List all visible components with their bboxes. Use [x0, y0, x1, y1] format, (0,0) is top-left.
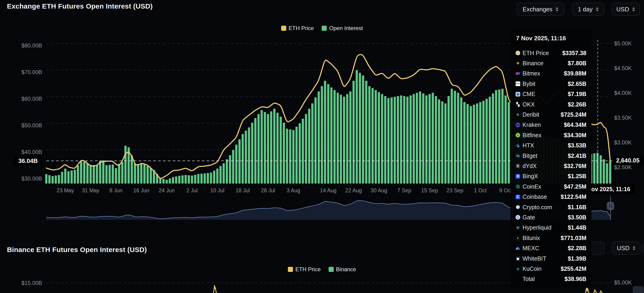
tooltip-row-name: Bybit: [522, 80, 536, 87]
exchanges-dropdown[interactable]: Exchanges: [517, 3, 564, 16]
y-right-tick-label: $4.00K: [614, 90, 632, 96]
tooltip-row-name: CoinEx: [522, 183, 541, 190]
floating-corner-button[interactable]: [633, 286, 644, 293]
tooltip-row-name: Bitmex: [522, 70, 540, 77]
tooltip-row-name: MEXC: [522, 245, 539, 252]
tooltip-row-name: WhiteBIT: [522, 255, 546, 262]
tooltip-row-value: $1.25B: [568, 173, 586, 180]
y-right-tick-label: $3.00K: [614, 139, 632, 146]
y-left-tick-label: $50.00B: [14, 122, 42, 129]
chart2-currency-dropdown-label: USD: [617, 245, 630, 252]
tooltip-row: ◉CME$7.19B: [516, 89, 586, 99]
tooltip-row: ƀDeribit$725.24M: [516, 110, 586, 120]
x-tick-label: 31 May: [82, 188, 99, 194]
tooltip-row-value: $64.34M: [564, 122, 586, 128]
open-interest-legend-swatch: [322, 26, 327, 31]
tooltip-row-name: Crypto.com: [522, 204, 552, 210]
x-tick-label: 2 Jul: [186, 188, 198, 194]
legend-item-eth-price[interactable]: ETH Price: [281, 25, 314, 32]
navigator-drag-handle[interactable]: [607, 202, 614, 210]
tooltip-row: ◗Bitfinex$34.30M: [516, 130, 586, 140]
chart2-eth-price-line: [594, 290, 596, 293]
tooltip-row-name: CME: [522, 91, 536, 98]
tooltip-row-name: BingX: [522, 173, 538, 180]
tooltip-row-value: $725.24M: [561, 111, 586, 118]
tooltip-row: Bitmex$39.88M: [516, 68, 586, 79]
currency-dropdown[interactable]: USD: [612, 3, 640, 16]
tooltip-row-value: $2.41B: [568, 152, 586, 159]
current-oi-badge: 36.04B: [14, 156, 42, 166]
x-tick-label: 23 Sep: [446, 188, 464, 194]
binance-legend-swatch: [328, 267, 334, 272]
chart-tooltip: 7 Nov 2025, 11:16 ETH Price$3357.38❖Bina…: [510, 30, 592, 288]
tooltip-row-name: Gate: [522, 214, 535, 221]
x-tick-label: 7 Sep: [397, 188, 411, 194]
okx-icon: ▚: [516, 102, 520, 107]
y-left-tick-label: $60.00B: [14, 96, 42, 102]
tooltip-row-name: Total: [522, 276, 535, 282]
chart2-y-right-label: $5.00K: [614, 279, 632, 286]
legend-item-open-interest[interactable]: Open Interest: [322, 25, 362, 32]
eth-price-legend-swatch: [281, 26, 286, 31]
tooltip-row: ▚OKX$2.26B: [516, 99, 586, 110]
tooltip-row-name: Hyperliquid: [522, 224, 552, 231]
tooltip-row-value: $3357.38: [562, 50, 586, 56]
gate-icon: G: [516, 215, 520, 220]
x-tick-label: 26 Jul: [261, 188, 275, 194]
kucoin-icon: ◈: [516, 266, 520, 271]
y-left-tick-label: $80.00B: [14, 42, 42, 49]
tooltip-row: BYBITBybit$2.65B: [516, 79, 586, 89]
tooltip-row-value: $2.26B: [568, 101, 586, 108]
tooltip-row: mKraken$64.34M: [516, 120, 586, 130]
y-left-tick-label: $30.00B: [14, 176, 42, 182]
tooltip-row-value: $1.39B: [568, 255, 586, 262]
y-right-tick-label: $5.00K: [614, 40, 632, 47]
tooltip-row-value: $1.44B: [568, 224, 586, 231]
tooltip-row-value: $7.19B: [568, 91, 586, 98]
tooltip-row: XBingX$1.25B: [516, 171, 586, 182]
tooltip-row-name: ETH Price: [522, 50, 549, 56]
chart2-currency-dropdown[interactable]: USD: [612, 242, 640, 254]
bitfinex-icon: ◗: [516, 133, 520, 138]
x-tick-label: 3 Aug: [286, 188, 300, 194]
total-icon: [516, 277, 520, 282]
tooltip-row-name: Deribit: [522, 111, 539, 118]
tooltip-row: ◗Bitunix$771.03M: [516, 233, 586, 243]
tooltip-row: ◈KuCoin$255.42M: [516, 264, 586, 274]
y-left-tick-label: $40.00B: [14, 149, 42, 155]
dydx-icon: X: [516, 164, 520, 168]
legend-item-binance[interactable]: Binance: [328, 266, 356, 273]
tooltip-row-value: $39.88M: [564, 70, 586, 77]
x-tick-label: 23 May: [56, 188, 74, 194]
tooltip-row: ≈Hyperliquid$1.44B: [516, 223, 586, 233]
tooltip-row-name: Bitfinex: [522, 132, 542, 139]
y-right-tick-label: $4.50K: [614, 65, 632, 72]
crosshair-vertical-line: [598, 40, 598, 194]
tooltip-row-value: $1.16B: [568, 204, 586, 210]
tooltip-row-value: $122.54M: [561, 194, 586, 200]
tooltip-row-name: Kraken: [522, 122, 541, 128]
tooltip-row-value: $32.76M: [564, 163, 586, 170]
tooltip-row-value: $255.42M: [561, 266, 586, 272]
x-tick-label: 15 Sep: [421, 188, 438, 194]
chevron-updown-icon: [633, 246, 636, 250]
tooltip-row-value: $771.03M: [561, 235, 586, 242]
legend-label: Binance: [336, 266, 356, 273]
tooltip-row: HTX$3.53B: [516, 140, 586, 151]
tooltip-row: MEXC$2.28B: [516, 243, 586, 253]
tooltip-row-name: Bitunix: [522, 235, 540, 242]
htx-icon: [516, 143, 520, 148]
currency-dropdown-label: USD: [616, 6, 629, 13]
hyperliquid-icon: ≈: [516, 226, 520, 230]
tooltip-row-name: KuCoin: [522, 266, 542, 272]
chart2-extra-button-sliver[interactable]: [642, 242, 644, 254]
tooltip-row: ⇆Bitget$2.41B: [516, 151, 586, 161]
interval-dropdown[interactable]: 1 day: [572, 3, 604, 16]
interval-dropdown-label: 1 day: [578, 6, 593, 13]
x-tick-label: 30 Aug: [371, 188, 387, 194]
legend-item-eth-price[interactable]: ETH Price: [288, 266, 320, 273]
binance-icon: ❖: [516, 61, 520, 66]
legend-label: Open Interest: [329, 25, 362, 32]
bitget-icon: ⇆: [516, 154, 520, 158]
chart2-y-left-label: $15.00B: [14, 280, 42, 286]
